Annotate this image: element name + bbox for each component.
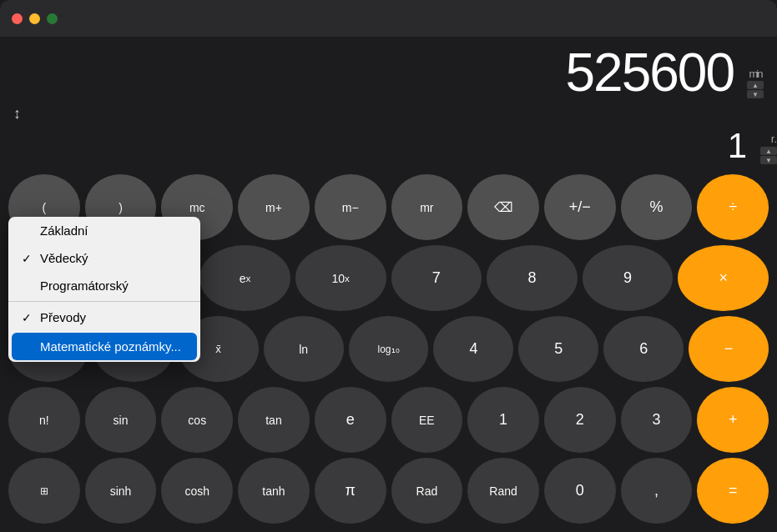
divide-button[interactable]: ÷	[697, 174, 769, 240]
6-button[interactable]: 6	[603, 316, 684, 382]
sinh-button[interactable]: sinh	[85, 458, 157, 524]
ee-button[interactable]: EE	[391, 387, 463, 453]
button-row-5: ⊞ sinh cosh tanh π Rad Rand 0 , =	[8, 458, 769, 524]
pi-button[interactable]: π	[315, 458, 386, 524]
backspace-icon: ⌫	[494, 199, 513, 215]
2-button[interactable]: 2	[544, 387, 616, 453]
8-button[interactable]: 8	[487, 245, 578, 311]
menu-scientific-label: Vědecký	[40, 251, 88, 265]
close-button[interactable]	[12, 13, 23, 24]
secondary-value: 1	[728, 126, 747, 165]
menu-math-notes-label: Matematické poznámky...	[40, 339, 181, 354]
rand-button[interactable]: Rand	[467, 458, 539, 524]
1-button[interactable]: 1	[467, 387, 539, 453]
ln-button[interactable]: ln	[264, 316, 344, 382]
menu-divider	[8, 301, 200, 302]
e-button[interactable]: e	[315, 387, 386, 453]
secondary-display-row: 1 r. ▲ ▼	[0, 126, 777, 169]
9-button[interactable]: 9	[583, 245, 674, 311]
secondary-unit: r.	[771, 133, 777, 145]
unit-stepper[interactable]: ▲ ▼	[747, 81, 764, 98]
cosh-button[interactable]: cosh	[161, 458, 233, 524]
unit-down-button[interactable]: ▼	[747, 90, 764, 98]
equals-button[interactable]: =	[697, 458, 769, 524]
ex-button[interactable]: ex	[199, 245, 290, 311]
10x-button[interactable]: 10x	[295, 245, 386, 311]
cos-button[interactable]: cos	[161, 387, 233, 453]
sin-button[interactable]: sin	[85, 387, 157, 453]
rad-button[interactable]: Rad	[391, 458, 463, 524]
sort-icon-row[interactable]: ↕	[0, 102, 777, 126]
check-scientific: ✓	[22, 252, 35, 265]
unit-label: min	[749, 68, 762, 79]
traffic-lights	[12, 13, 58, 24]
percent-button[interactable]: %	[621, 174, 693, 240]
unit-up-button[interactable]: ▲	[747, 81, 764, 89]
dropdown-menu[interactable]: Základní ✓ Vědecký Programátorský ✓ Přev…	[8, 217, 200, 362]
comma-button[interactable]: ,	[621, 458, 693, 524]
factorial-button[interactable]: n!	[8, 387, 80, 453]
display-area: 525600 min ▲ ▼	[0, 37, 777, 102]
main-value: 525600	[565, 43, 734, 103]
multiply-button[interactable]: ×	[678, 245, 769, 311]
secondary-stepper[interactable]: ▲ ▼	[760, 147, 777, 164]
menu-button[interactable]: ⊞	[8, 458, 80, 524]
mr-button[interactable]: mr	[391, 174, 463, 240]
3-button[interactable]: 3	[621, 387, 693, 453]
menu-programmer-label: Programátorský	[40, 279, 129, 293]
menu-item-basic[interactable]: Základní	[8, 217, 200, 244]
menu-item-programmer[interactable]: Programátorský	[8, 272, 200, 299]
plus-button[interactable]: +	[697, 387, 769, 453]
button-row-4: n! sin cos tan e EE 1 2 3 +	[8, 387, 769, 453]
menu-basic-label: Základní	[40, 223, 88, 238]
7-button[interactable]: 7	[391, 245, 482, 311]
secondary-unit-down-button[interactable]: ▼	[760, 156, 777, 164]
check-conversions: ✓	[22, 311, 35, 324]
tan-button[interactable]: tan	[238, 387, 310, 453]
secondary-unit-up-button[interactable]: ▲	[760, 147, 777, 155]
menu-item-math-notes[interactable]: Matematické poznámky...	[12, 333, 197, 360]
sign-button[interactable]: +/−	[544, 174, 616, 240]
mplus-button[interactable]: m+	[238, 174, 310, 240]
tanh-button[interactable]: tanh	[238, 458, 310, 524]
main-display: 525600 min ▲ ▼	[13, 43, 764, 102]
backspace-button[interactable]: ⌫	[467, 174, 539, 240]
menu-item-scientific[interactable]: ✓ Vědecký	[8, 244, 200, 272]
minimize-button[interactable]	[29, 13, 40, 24]
maximize-button[interactable]	[47, 13, 58, 24]
mminus-button[interactable]: m−	[315, 174, 386, 240]
4-button[interactable]: 4	[433, 316, 513, 382]
title-bar	[0, 0, 777, 37]
menu-item-conversions[interactable]: ✓ Převody	[8, 304, 200, 331]
unit-selector[interactable]: min ▲ ▼	[747, 68, 764, 98]
5-button[interactable]: 5	[518, 316, 598, 382]
calculator-window: 525600 min ▲ ▼ ↕ 1 r. ▲ ▼ (	[0, 0, 777, 532]
0-button[interactable]: 0	[544, 458, 616, 524]
minus-button[interactable]: −	[689, 316, 769, 382]
sort-icon[interactable]: ↕	[13, 105, 21, 122]
log10-button[interactable]: log₁₀	[349, 316, 429, 382]
menu-conversions-label: Převody	[40, 310, 86, 324]
